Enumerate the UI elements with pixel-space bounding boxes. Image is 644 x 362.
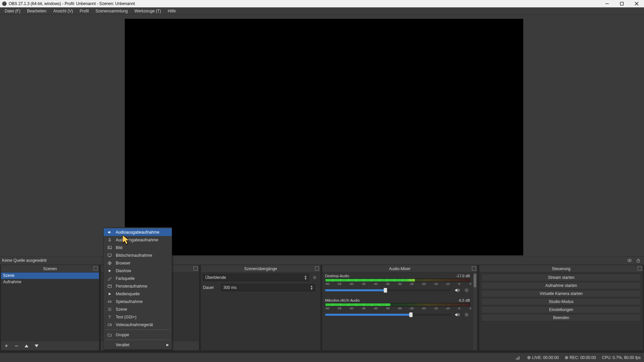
add-source-context-menu: Audioausgabeaufnahme Audioeingabeaufnahm… [103,227,172,350]
mixer-channel: Mikrofon-/AUX-Audio -6.5 dB -60-55-50-45… [322,297,473,321]
vu-meter [325,279,470,282]
controls-body: Stream starten Aufnahme starten Virtuell… [479,273,643,350]
svg-rect-19 [108,285,112,287]
source-type-slideshow[interactable]: Diashow [104,267,172,275]
dock-transitions: Szenenübergänge Überblende ▲▼ Dauer 300 … [201,265,321,351]
blank-icon [107,342,112,348]
dock-transitions-header[interactable]: Szenenübergänge [201,265,320,273]
transition-select[interactable]: Überblende ▲▼ [203,274,309,281]
menu-separator [105,329,170,330]
dock-popout-icon[interactable] [94,266,98,270]
close-button[interactable] [629,0,644,7]
cm-label: Farbquelle [116,276,135,281]
svg-rect-17 [108,254,112,256]
monitor-icon [107,253,112,258]
menu-bar: Datei (F) Bearbeiten Ansicht (V) Profil … [0,7,644,15]
dock-popout-icon[interactable] [315,266,319,270]
dock-popout-icon[interactable] [638,266,642,270]
mixer-channel: Desktop-Audio -17.0 dB -60-55-50-45-40-3… [322,273,473,297]
mixer-scrollbar[interactable] [473,273,477,350]
cm-label: Audioausgabeaufnahme [116,230,159,235]
source-type-video-capture[interactable]: Videoaufnahmegerät [104,321,172,328]
dock-popout-icon[interactable] [194,266,198,270]
scene-add-button[interactable]: + [3,343,10,349]
start-recording-button[interactable]: Aufnahme starten [481,282,641,289]
transition-current: Überblende [205,275,226,280]
menu-edit[interactable]: Bearbeiten [24,7,50,14]
chevron-updown-icon: ▲▼ [310,285,313,290]
source-lock-icon[interactable] [635,257,642,264]
speaker-icon [107,230,112,235]
menu-help[interactable]: Hilfe [164,7,179,14]
source-type-media[interactable]: Medienquelle [104,290,172,298]
source-type-game-capture[interactable]: Spielaufnahme [104,298,172,305]
source-visibility-eye-icon[interactable] [626,257,633,264]
source-type-window-capture[interactable]: Fensteraufnahme [104,282,172,290]
settings-button[interactable]: Einstellungen [481,306,641,313]
channel-settings-gear-icon[interactable] [463,287,470,294]
channel-settings-gear-icon[interactable] [463,311,470,318]
mute-speaker-icon[interactable] [454,311,461,318]
vu-scale: -60-55-50-45-40-35-30-25-20-15-10-50 [325,307,470,310]
transition-duration-input[interactable]: 300 ms ▲▼ [221,284,315,291]
scene-move-up-button[interactable] [23,343,30,349]
mixer-channel-name: Desktop-Audio [325,274,349,278]
svg-rect-6 [637,260,640,262]
cm-label: Fensteraufnahme [116,284,147,289]
cm-label: Gruppe [116,333,129,337]
status-network-icon [516,356,521,360]
play-icon [107,291,112,297]
cm-label: Audioeingabeaufnahme [116,238,158,242]
source-deprecated-submenu[interactable]: Veraltet ▶ [104,341,172,349]
svg-rect-12 [517,357,518,360]
volume-slider[interactable] [325,314,451,316]
dock-scenes-header[interactable]: Szenen [1,265,99,273]
dock-transitions-title: Szenenübergänge [244,266,277,271]
preview-area[interactable] [0,15,644,256]
dock-popout-icon[interactable] [472,266,476,270]
minimize-button[interactable] [600,0,614,7]
scene-remove-button[interactable]: − [13,343,20,349]
docks-row: Szenen Szene Aufnahme + − Quellen + [0,265,644,351]
menu-view[interactable]: Ansicht (V) [50,7,76,14]
source-type-image[interactable]: Bild [104,244,172,251]
source-type-audio-input[interactable]: Audioeingabeaufnahme [104,236,172,244]
vu-scale: -60-55-50-45-40-35-30-25-20-15-10-50 [325,282,470,286]
mute-speaker-icon[interactable] [454,287,461,294]
preview-canvas[interactable] [125,19,523,255]
scene-item[interactable]: Szene [1,273,99,279]
menu-scene-collection[interactable]: Szenensammlung [92,7,131,14]
svg-point-9 [466,290,467,291]
cm-label: Szene [116,307,127,312]
studio-mode-button[interactable]: Studio-Modus [481,298,641,305]
source-type-scene[interactable]: Szene [104,305,172,313]
svg-point-5 [629,260,630,261]
source-none-label: Keine Quelle ausgewählt [2,258,101,263]
menu-profile[interactable]: Profil [76,7,92,14]
start-stream-button[interactable]: Stream starten [481,274,641,281]
scene-move-down-button[interactable] [33,343,40,349]
source-group[interactable]: Gruppe [104,331,172,339]
cm-label: Browser [116,261,130,265]
svg-point-16 [109,247,109,247]
start-virtual-camera-button[interactable]: Virtuelle Kamera starten [481,290,641,297]
cm-label: Medienquelle [116,292,140,296]
menu-tools[interactable]: Werkzeuge (T) [131,7,164,14]
exit-button[interactable]: Beenden [481,314,641,321]
mixer-body: Desktop-Audio -17.0 dB -60-55-50-45-40-3… [322,273,477,350]
camera-icon [107,322,112,327]
source-type-display-capture[interactable]: Bildschirmaufnahme [104,251,172,259]
source-type-audio-output[interactable]: Audioausgabeaufnahme [104,228,172,236]
menu-file[interactable]: Datei (F) [1,7,24,14]
volume-slider[interactable] [325,289,451,291]
maximize-button[interactable] [614,0,629,7]
dock-mixer-header[interactable]: Audio-Mixer [322,265,477,273]
svg-rect-14 [109,238,110,240]
source-type-browser[interactable]: Browser [104,259,172,267]
source-type-text[interactable]: Text (GDI+) [104,313,172,321]
dock-controls-header[interactable]: Steuerung [479,265,643,273]
scene-item[interactable]: Aufnahme [1,279,99,285]
transition-settings-gear-icon[interactable] [311,274,318,281]
source-type-color[interactable]: Farbquelle [104,275,172,282]
scenes-list[interactable]: Szene Aufnahme [1,273,99,341]
